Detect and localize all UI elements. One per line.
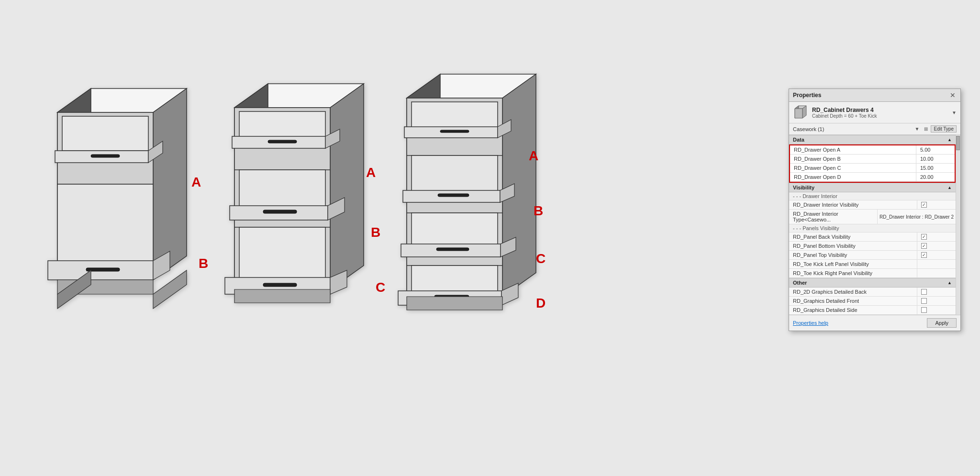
label-cabinet3-a: A bbox=[529, 148, 538, 164]
2d-graphics-label: RD_2D Graphics Detailed Back bbox=[789, 288, 917, 296]
cabinet-3: A B C D bbox=[378, 67, 560, 337]
svg-marker-34 bbox=[234, 289, 330, 303]
toe-kick-right-label: RD_Toe Kick Right Panel Visibility bbox=[789, 269, 917, 277]
apply-button[interactable]: Apply bbox=[927, 318, 957, 328]
panel-bottom-value[interactable] bbox=[917, 242, 956, 250]
drawer-a-label: RD_Drawer Open A bbox=[790, 145, 916, 154]
other-section-header: Other ▲ bbox=[789, 278, 956, 288]
drawer-a-value[interactable]: 5.00 bbox=[916, 145, 955, 154]
drawer-interior-type-value[interactable]: RD_Drawer Interior : RD_Drawer 2 bbox=[878, 213, 956, 221]
label-cabinet3-c: C bbox=[536, 251, 546, 266]
casework-right: ▼ ⊞ Edit Type bbox=[915, 125, 957, 133]
vis-row-toe-kick-left: RD_Toe Kick Left Panel Visibility bbox=[789, 260, 956, 269]
drawer-interior-type-label: RD_Drawer Interior Type<Casewo... bbox=[789, 210, 878, 224]
panel-content: Data ▲ RD_Drawer Open A 5.00 RD_Drawer O… bbox=[789, 135, 956, 315]
2d-graphics-value[interactable] bbox=[917, 288, 956, 296]
svg-rect-47 bbox=[438, 194, 469, 197]
vis-row-2d-graphics: RD_2D Graphics Detailed Back bbox=[789, 288, 956, 297]
drawer-interior-separator: - - - Drawer Interior bbox=[789, 192, 956, 200]
casework-label: Casework (1) bbox=[793, 126, 824, 132]
label-cabinet3-d: D bbox=[536, 296, 546, 311]
drawer-d-label: RD_Drawer Open D bbox=[790, 173, 916, 181]
svg-marker-18 bbox=[330, 84, 364, 289]
panel-object-header: RD_Cabinet Drawers 4 Cabinet Depth = 60 … bbox=[789, 102, 960, 123]
svg-marker-4 bbox=[62, 116, 148, 151]
graphics-detailed-side-value[interactable] bbox=[917, 306, 956, 314]
vis-row-drawer-interior: RD_Drawer Interior Visibility bbox=[789, 200, 956, 210]
vis-row-graphics-detailed-side: RD_Graphics Detailed Side bbox=[789, 306, 956, 315]
svg-marker-62 bbox=[795, 109, 802, 118]
properties-panel: Properties ✕ RD_Cabinet Drawers 4 Cabine… bbox=[789, 89, 961, 331]
svg-marker-37 bbox=[502, 74, 536, 297]
toe-kick-left-value[interactable] bbox=[917, 263, 956, 266]
visibility-section-icon: ▲ bbox=[947, 185, 952, 190]
data-row-drawer-d: RD_Drawer Open D 20.00 bbox=[790, 173, 955, 182]
label-cabinet1-a: A bbox=[191, 175, 201, 190]
edit-type-button[interactable]: Edit Type bbox=[931, 125, 957, 133]
properties-help-link[interactable]: Properties help bbox=[793, 320, 828, 326]
svg-rect-23 bbox=[268, 140, 297, 143]
panel-back-label: RD_Panel Back Visibility bbox=[789, 232, 917, 241]
drawer-interior-visibility-value[interactable] bbox=[917, 200, 956, 209]
scrollbar-track[interactable] bbox=[956, 135, 960, 315]
panel-title: Properties bbox=[793, 92, 821, 99]
other-section-icon: ▲ bbox=[947, 280, 952, 285]
drawer-c-label: RD_Drawer Open C bbox=[790, 164, 916, 172]
object-subtitle: Cabinet Depth = 60 + Toe Kick bbox=[812, 113, 948, 119]
panel-footer: Properties help Apply bbox=[789, 315, 960, 331]
graphics-detailed-side-label: RD_Graphics Detailed Side bbox=[789, 306, 917, 314]
casework-grid-icon[interactable]: ⊞ bbox=[924, 126, 928, 132]
panel-back-value[interactable] bbox=[917, 232, 956, 241]
data-row-drawer-c: RD_Drawer Open C 15.00 bbox=[790, 164, 955, 173]
drawer-b-label: RD_Drawer Open B bbox=[790, 155, 916, 163]
dropdown-arrow[interactable]: ▼ bbox=[952, 110, 957, 115]
graphics-detailed-front-checkbox[interactable] bbox=[921, 298, 927, 304]
drawer-interior-checkbox[interactable] bbox=[921, 202, 927, 208]
vis-row-panel-bottom: RD_Panel Bottom Visibility bbox=[789, 242, 956, 251]
visibility-section-header: Visibility ▲ bbox=[789, 183, 956, 192]
data-section-label: Data bbox=[793, 137, 804, 143]
scrollbar-thumb[interactable] bbox=[956, 136, 960, 150]
cabinet-1-svg bbox=[29, 74, 211, 323]
svg-rect-28 bbox=[263, 210, 297, 213]
drawer-interior-type-text: RD_Drawer Interior : RD_Drawer 2 bbox=[880, 214, 954, 220]
panels-visibility-separator-text: - - - Panels Visibility bbox=[793, 225, 839, 231]
panel-top-checkbox[interactable] bbox=[921, 252, 927, 258]
canvas-background: A B bbox=[0, 0, 980, 476]
panel-bottom-checkbox[interactable] bbox=[921, 243, 927, 249]
svg-rect-52 bbox=[436, 248, 469, 251]
panel-close-button[interactable]: ✕ bbox=[949, 91, 957, 99]
panel-scroll-area[interactable]: Data ▲ RD_Drawer Open A 5.00 RD_Drawer O… bbox=[789, 135, 960, 315]
panel-header-info: RD_Cabinet Drawers 4 Cabinet Depth = 60 … bbox=[812, 107, 948, 119]
svg-marker-49 bbox=[412, 213, 498, 249]
vis-row-panel-top: RD_Panel Top Visibility bbox=[789, 251, 956, 260]
panel-top-value[interactable] bbox=[917, 251, 956, 259]
vis-row-toe-kick-right: RD_Toe Kick Right Panel Visibility bbox=[789, 269, 956, 278]
drawer-interior-separator-text: - - - Drawer Interior bbox=[793, 193, 837, 199]
highlighted-data-section: RD_Drawer Open A 5.00 RD_Drawer Open B 1… bbox=[789, 144, 956, 183]
graphics-detailed-side-checkbox[interactable] bbox=[921, 307, 927, 313]
graphics-detailed-front-label: RD_Graphics Detailed Front bbox=[789, 297, 917, 305]
panel-back-checkbox[interactable] bbox=[921, 234, 927, 240]
svg-rect-7 bbox=[91, 155, 120, 157]
svg-marker-58 bbox=[407, 297, 502, 310]
cabinet-icon bbox=[793, 105, 808, 120]
panel-titlebar: Properties ✕ bbox=[789, 89, 960, 102]
data-row-drawer-b: RD_Drawer Open B 10.00 bbox=[790, 155, 955, 164]
label-cabinet2-a: A bbox=[366, 165, 376, 180]
drawer-interior-visibility-label: RD_Drawer Interior Visibility bbox=[789, 200, 917, 209]
2d-graphics-checkbox[interactable] bbox=[921, 289, 927, 295]
toe-kick-right-value[interactable] bbox=[917, 272, 956, 275]
casework-dropdown-icon[interactable]: ▼ bbox=[915, 126, 920, 132]
data-section-header: Data ▲ bbox=[789, 135, 956, 144]
drawer-d-value[interactable]: 20.00 bbox=[916, 173, 955, 181]
svg-rect-33 bbox=[263, 283, 297, 287]
drawer-c-value[interactable]: 15.00 bbox=[916, 164, 955, 172]
drawer-b-value[interactable]: 10.00 bbox=[916, 155, 955, 163]
casework-row: Casework (1) ▼ ⊞ Edit Type bbox=[789, 123, 960, 135]
vis-row-graphics-detailed-front: RD_Graphics Detailed Front bbox=[789, 297, 956, 306]
cabinet-1: A B bbox=[29, 74, 211, 325]
panels-visibility-separator: - - - Panels Visibility bbox=[789, 224, 956, 232]
graphics-detailed-front-value[interactable] bbox=[917, 297, 956, 305]
other-section-label: Other bbox=[793, 280, 807, 286]
